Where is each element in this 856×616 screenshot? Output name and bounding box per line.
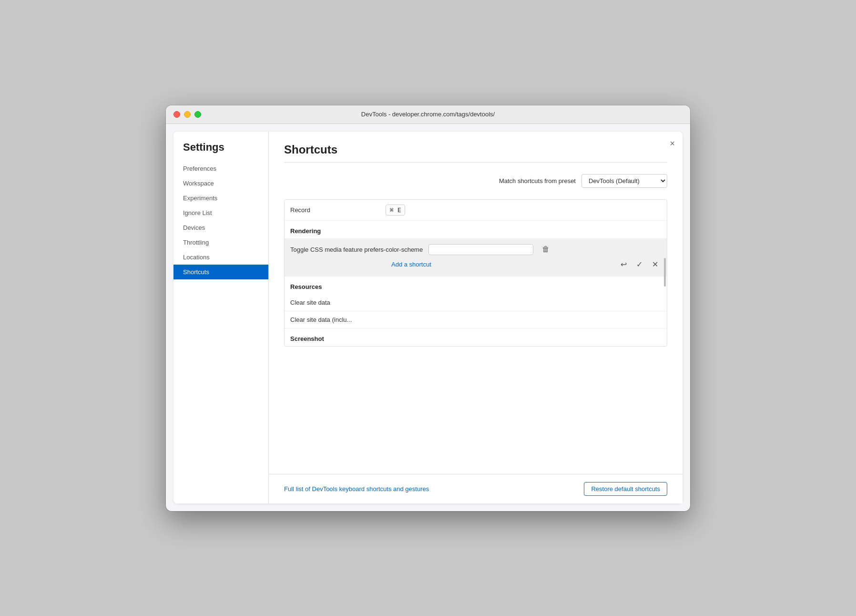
- clear-site-data-label: Clear site data: [290, 299, 386, 306]
- shortcut-input[interactable]: [428, 244, 533, 255]
- window-title: DevTools - developer.chrome.com/tags/dev…: [361, 111, 495, 118]
- clear-site-data-inclu-row: Clear site data (inclu...: [285, 311, 667, 329]
- resources-section-header: Resources: [285, 277, 667, 294]
- delete-shortcut-button[interactable]: 🗑: [539, 244, 552, 255]
- footer: Full list of DevTools keyboard shortcuts…: [269, 474, 683, 503]
- full-list-link[interactable]: Full list of DevTools keyboard shortcuts…: [284, 485, 429, 493]
- undo-button[interactable]: ↩: [618, 258, 630, 271]
- record-key: ⌘ E: [386, 205, 405, 216]
- confirm-icon: ✓: [636, 260, 642, 268]
- preset-label: Match shortcuts from preset: [499, 177, 576, 185]
- record-label: Record: [290, 206, 386, 214]
- sidebar-item-experiments[interactable]: Experiments: [173, 191, 268, 205]
- rendering-content: Toggle CSS media feature prefers-color-s…: [285, 238, 667, 277]
- shortcuts-list: Record ⌘ E Rendering Toggle CSS media fe…: [284, 199, 667, 347]
- sidebar-item-throttling[interactable]: Throttling: [173, 235, 268, 250]
- clear-site-data-row: Clear site data: [285, 294, 667, 311]
- maximize-traffic-light[interactable]: [194, 111, 201, 118]
- action-buttons: ↩ ✓ ✕: [618, 258, 661, 271]
- titlebar: DevTools - developer.chrome.com/tags/dev…: [166, 105, 690, 124]
- rendering-toggle-row: Toggle CSS media feature prefers-color-s…: [285, 238, 667, 277]
- minimize-traffic-light[interactable]: [184, 111, 191, 118]
- sidebar-item-shortcuts[interactable]: Shortcuts: [173, 265, 268, 279]
- preset-select[interactable]: DevTools (Default) Visual Studio Code: [581, 174, 667, 188]
- sidebar-item-locations[interactable]: Locations: [173, 250, 268, 265]
- clear-site-data-inclu-label: Clear site data (inclu...: [290, 316, 386, 323]
- close-traffic-light[interactable]: [173, 111, 180, 118]
- rendering-bottom: Add a shortcut ↩ ✓ ✕: [290, 258, 661, 271]
- rendering-top: Toggle CSS media feature prefers-color-s…: [290, 244, 661, 255]
- rendering-item-name: Toggle CSS media feature prefers-color-s…: [290, 246, 423, 253]
- page-title: Shortcuts: [284, 143, 667, 156]
- record-row: Record ⌘ E: [285, 200, 667, 221]
- scrollbar-track: [663, 200, 667, 346]
- main-panel: × Shortcuts Match shortcuts from preset …: [269, 132, 683, 503]
- restore-defaults-button[interactable]: Restore default shortcuts: [584, 482, 667, 496]
- undo-icon: ↩: [621, 260, 627, 268]
- delete-icon: 🗑: [542, 245, 550, 253]
- rendering-section-header: Rendering: [285, 221, 667, 238]
- close-button[interactable]: ×: [670, 139, 675, 148]
- sidebar-heading: Settings: [173, 141, 268, 161]
- cancel-shortcut-button[interactable]: ✕: [649, 258, 661, 271]
- cancel-icon: ✕: [652, 260, 658, 268]
- preset-row: Match shortcuts from preset DevTools (De…: [284, 174, 667, 188]
- sidebar: Settings Preferences Workspace Experimen…: [173, 132, 269, 503]
- sidebar-item-workspace[interactable]: Workspace: [173, 176, 268, 191]
- screenshot-section-header: Screenshot: [285, 329, 667, 346]
- sidebar-item-preferences[interactable]: Preferences: [173, 161, 268, 176]
- sidebar-item-devices[interactable]: Devices: [173, 220, 268, 235]
- confirm-button[interactable]: ✓: [633, 258, 645, 271]
- settings-window: Settings Preferences Workspace Experimen…: [173, 132, 683, 503]
- traffic-lights: [173, 111, 201, 118]
- scrollbar-thumb[interactable]: [664, 258, 666, 287]
- main-window: DevTools - developer.chrome.com/tags/dev…: [166, 105, 690, 511]
- title-divider: [284, 162, 667, 163]
- sidebar-item-ignore-list[interactable]: Ignore List: [173, 205, 268, 220]
- add-shortcut-link[interactable]: Add a shortcut: [391, 261, 431, 268]
